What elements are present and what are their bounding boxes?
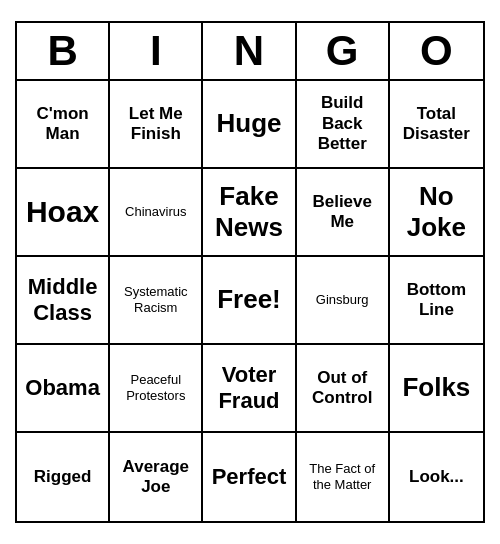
bingo-cell-text-23: The Fact of the Matter xyxy=(301,461,384,492)
bingo-cell-text-13: Ginsburg xyxy=(316,292,369,308)
bingo-cell-18: Out of Control xyxy=(297,345,390,433)
bingo-cell-13: Ginsburg xyxy=(297,257,390,345)
bingo-cell-text-3: Build Back Better xyxy=(301,93,384,154)
bingo-cell-19: Folks xyxy=(390,345,483,433)
bingo-cell-12: Free! xyxy=(203,257,296,345)
header-letter-o: O xyxy=(390,23,483,79)
bingo-cell-4: Total Disaster xyxy=(390,81,483,169)
bingo-cell-text-15: Obama xyxy=(25,375,100,401)
bingo-cell-text-5: Hoax xyxy=(26,194,99,230)
bingo-cell-text-19: Folks xyxy=(402,372,470,403)
bingo-cell-text-20: Rigged xyxy=(34,467,92,487)
bingo-cell-text-2: Huge xyxy=(216,108,281,139)
bingo-cell-text-7: Fake News xyxy=(207,181,290,243)
bingo-cell-text-14: Bottom Line xyxy=(394,280,479,321)
bingo-cell-23: The Fact of the Matter xyxy=(297,433,390,521)
bingo-cell-text-16: Peaceful Protestors xyxy=(114,372,197,403)
bingo-cell-text-18: Out of Control xyxy=(301,368,384,409)
bingo-header: BINGO xyxy=(17,23,483,81)
bingo-cell-16: Peaceful Protestors xyxy=(110,345,203,433)
bingo-cell-24: Look... xyxy=(390,433,483,521)
bingo-cell-20: Rigged xyxy=(17,433,110,521)
bingo-cell-11: Systematic Racism xyxy=(110,257,203,345)
bingo-cell-9: No Joke xyxy=(390,169,483,257)
bingo-cell-2: Huge xyxy=(203,81,296,169)
bingo-cell-text-11: Systematic Racism xyxy=(114,284,197,315)
bingo-cell-8: Believe Me xyxy=(297,169,390,257)
bingo-cell-1: Let Me Finish xyxy=(110,81,203,169)
bingo-cell-text-6: Chinavirus xyxy=(125,204,186,220)
bingo-cell-text-4: Total Disaster xyxy=(394,104,479,145)
header-letter-b: B xyxy=(17,23,110,79)
bingo-cell-text-8: Believe Me xyxy=(301,192,384,233)
bingo-cell-15: Obama xyxy=(17,345,110,433)
header-letter-n: N xyxy=(203,23,296,79)
bingo-cell-text-22: Perfect xyxy=(212,464,287,490)
bingo-cell-text-17: Voter Fraud xyxy=(207,362,290,415)
bingo-cell-0: C'mon Man xyxy=(17,81,110,169)
bingo-cell-text-24: Look... xyxy=(409,467,464,487)
bingo-grid: C'mon ManLet Me FinishHugeBuild Back Bet… xyxy=(17,81,483,521)
bingo-cell-text-0: C'mon Man xyxy=(21,104,104,145)
bingo-cell-text-1: Let Me Finish xyxy=(114,104,197,145)
bingo-cell-10: Middle Class xyxy=(17,257,110,345)
bingo-cell-5: Hoax xyxy=(17,169,110,257)
bingo-cell-text-10: Middle Class xyxy=(21,274,104,327)
bingo-card: BINGO C'mon ManLet Me FinishHugeBuild Ba… xyxy=(15,21,485,523)
bingo-cell-text-12: Free! xyxy=(217,284,281,315)
header-letter-i: I xyxy=(110,23,203,79)
bingo-cell-7: Fake News xyxy=(203,169,296,257)
bingo-cell-6: Chinavirus xyxy=(110,169,203,257)
bingo-cell-3: Build Back Better xyxy=(297,81,390,169)
bingo-cell-22: Perfect xyxy=(203,433,296,521)
bingo-cell-17: Voter Fraud xyxy=(203,345,296,433)
bingo-cell-text-21: Average Joe xyxy=(114,457,197,498)
bingo-cell-text-9: No Joke xyxy=(394,181,479,243)
bingo-cell-14: Bottom Line xyxy=(390,257,483,345)
bingo-cell-21: Average Joe xyxy=(110,433,203,521)
header-letter-g: G xyxy=(297,23,390,79)
